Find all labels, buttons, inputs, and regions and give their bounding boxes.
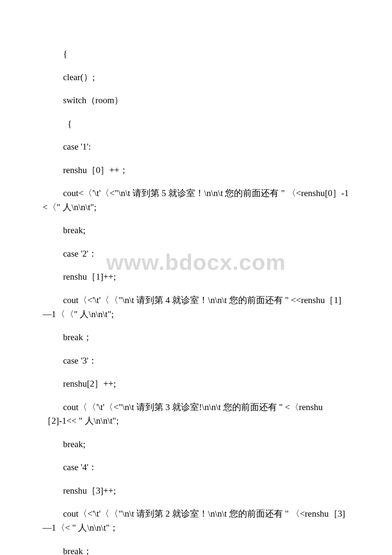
code-line: break；	[43, 544, 349, 555]
code-line: renshu［1]++;	[43, 270, 349, 284]
document-body: { clear(）; switch（room） { case '1': rens…	[43, 47, 349, 555]
code-line: cout〈<'\t'〈〈"\n\t 请到第 2 就诊室！\n\n\t 您的前面还…	[43, 507, 349, 535]
code-line: break；	[43, 330, 349, 344]
code-line: break;	[43, 437, 349, 451]
code-line: break;	[43, 223, 349, 237]
code-line: case '2'：	[43, 247, 349, 261]
code-line: {	[43, 117, 349, 131]
code-line: case '4'：	[43, 460, 349, 474]
code-line: switch（room）	[43, 93, 349, 107]
code-line: cout<〈'\t'〈<"\n\t 请到第 5 就诊室！\n\n\t 您的前面还…	[43, 186, 349, 214]
code-line: cout〈〈'\t'〈<"\n\t 请到第 3 就诊室!\n\n\t 您的前面还…	[43, 400, 349, 428]
code-line: case '3'：	[43, 354, 349, 368]
code-line: renshu［3]++;	[43, 484, 349, 498]
code-line: renshu［0］++；	[43, 163, 349, 177]
code-line: case '1':	[43, 140, 349, 154]
code-line: renshu[2］++;	[43, 377, 349, 391]
code-line: cout〈<'\t'〈〈"\n\t 请到第 4 就诊室！\n\n\t 您的前面还…	[43, 293, 349, 321]
code-line: {	[43, 47, 349, 61]
code-line: clear(）;	[43, 70, 349, 84]
